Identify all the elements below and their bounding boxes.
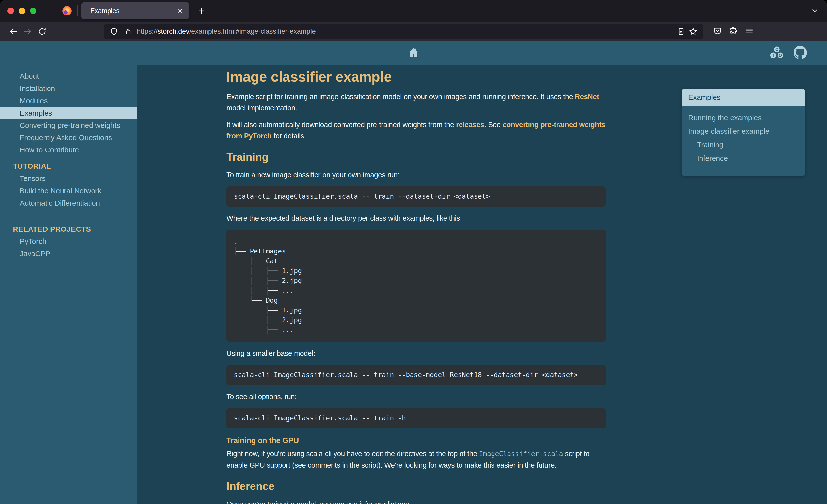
toc-card: Examples Running the examples Image clas…: [682, 89, 805, 176]
pocket-icon[interactable]: [713, 26, 722, 37]
toc-footer-space: [682, 171, 805, 176]
lock-icon[interactable]: [124, 27, 133, 36]
intro-text-1: Example script for training an image-cla…: [227, 93, 575, 101]
browser-titlebar: Examples: [0, 0, 827, 22]
code-block-train[interactable]: scala-cli ImageClassifier.scala -- train…: [227, 186, 606, 207]
url-text[interactable]: https://storch.dev/examples.html#image-c…: [137, 27, 671, 36]
url-scheme: https://: [137, 27, 157, 35]
github-icon[interactable]: [793, 46, 807, 60]
tab-close-icon[interactable]: [176, 7, 184, 15]
code-block-help[interactable]: scala-cli ImageClassifier.scala -- train…: [227, 408, 606, 428]
bookmark-star-icon[interactable]: [689, 27, 697, 36]
resnet-link[interactable]: ResNet: [575, 93, 599, 101]
back-icon[interactable]: [6, 24, 21, 39]
releases-link[interactable]: releases: [456, 121, 484, 128]
inference-heading: Inference: [227, 480, 606, 493]
smaller-model-paragraph: Using a smaller base model:: [227, 348, 606, 359]
sidebar-item-modules[interactable]: Modules: [0, 95, 137, 107]
sidebar-item-examples[interactable]: Examples: [0, 107, 137, 119]
sidebar-item-autodiff[interactable]: Automatic Differentiation: [0, 197, 137, 209]
toc-list: Running the examples Image classifier ex…: [682, 106, 805, 165]
versions-letter-o: O: [779, 53, 782, 57]
url-host: storch.dev: [157, 27, 189, 35]
sidebar-item-about[interactable]: About: [0, 70, 137, 82]
url-bar[interactable]: https://storch.dev/examples.html#image-c…: [104, 23, 703, 39]
sidebar-item-build-nn[interactable]: Build the Neural Network: [0, 185, 137, 197]
sidebar-section-related-projects: RELATED PROJECTS: [0, 223, 137, 235]
inference-intro-partial: Once you've trained a model, you can use…: [227, 498, 606, 504]
training-intro: To train a new image classifier on your …: [227, 169, 606, 180]
versions-letter-c: C: [775, 47, 778, 52]
weights-text-2: . See: [484, 121, 502, 128]
toolbar-right-buttons: [713, 26, 754, 37]
sidebar-item-pytorch[interactable]: PyTorch: [0, 235, 137, 247]
sidebar-item-javacpp[interactable]: JavaCPP: [0, 247, 137, 260]
tracking-shield-icon[interactable]: [110, 27, 118, 36]
api-versions-icon[interactable]: C T O: [770, 46, 784, 60]
sidebar-item-contribute[interactable]: How to Contribute: [0, 144, 137, 156]
zoom-window-button[interactable]: [30, 8, 37, 14]
toc-item-training[interactable]: Training: [688, 138, 798, 152]
gpu-heading: Training on the GPU: [227, 436, 606, 446]
forward-icon[interactable]: [21, 24, 35, 39]
tab-title: Examples: [90, 7, 176, 15]
new-tab-button[interactable]: [196, 5, 207, 17]
versions-letter-t: T: [772, 53, 774, 57]
weights-text-1: It will also automatically download conv…: [227, 121, 456, 128]
dataset-paragraph: Where the expected dataset is a director…: [227, 212, 606, 224]
intro-paragraph: Example script for training an image-cla…: [227, 91, 606, 114]
browser-window: Examples https://st: [0, 0, 827, 504]
sidebar-item-tensors[interactable]: Tensors: [0, 172, 137, 185]
intro-text-2: model implementation.: [227, 104, 297, 112]
sidebar-nav: About Installation Modules Examples Conv…: [0, 65, 137, 504]
sidebar-section-tutorial: TUTORIAL: [0, 160, 137, 172]
toc-item-image-classifier[interactable]: Image classifier example: [688, 124, 798, 138]
window-controls: [7, 8, 37, 14]
code-block-base-model[interactable]: scala-cli ImageClassifier.scala -- train…: [227, 365, 606, 385]
toc-item-running-examples[interactable]: Running the examples: [688, 111, 798, 124]
reader-mode-icon[interactable]: [677, 27, 685, 36]
sidebar-item-faq[interactable]: Frequently Asked Questions: [0, 131, 137, 144]
reload-icon[interactable]: [35, 24, 49, 39]
gpu-paragraph: Right now, if you're using scala-cli you…: [227, 448, 606, 471]
sidebar-item-converting-weights[interactable]: Converting pre-trained weights: [0, 119, 137, 131]
firefox-view-icon[interactable]: [62, 6, 71, 15]
toc-item-inference[interactable]: Inference: [688, 152, 798, 165]
site-header: C T O: [0, 41, 827, 65]
weights-text-3: for details.: [272, 132, 306, 140]
options-paragraph: To see all options, run:: [227, 391, 606, 402]
extensions-puzzle-icon[interactable]: [729, 26, 738, 37]
tab-list-chevron-icon[interactable]: [809, 5, 821, 17]
inline-code-imageclassifier: ImageClassifier.scala: [479, 450, 563, 457]
training-heading: Training: [227, 151, 606, 164]
url-path: /examples.html#image-classifier-example: [189, 27, 316, 35]
sidebar-item-installation[interactable]: Installation: [0, 82, 137, 95]
browser-toolbar: https://storch.dev/examples.html#image-c…: [0, 22, 827, 41]
main-content: Image classifier example Example script …: [227, 65, 606, 504]
minimize-window-button[interactable]: [19, 8, 25, 14]
page-body: About Installation Modules Examples Conv…: [0, 65, 827, 504]
menu-hamburger-icon[interactable]: [744, 26, 754, 37]
toc-title[interactable]: Examples: [682, 89, 805, 106]
home-icon[interactable]: [407, 47, 420, 60]
code-block-dataset-tree[interactable]: . ├── PetImages ├── Cat │ ├── 1.jpg │ ├─…: [227, 230, 606, 342]
close-window-button[interactable]: [7, 8, 14, 14]
weights-paragraph: It will also automatically download conv…: [227, 119, 606, 142]
tab-separator: [77, 5, 78, 16]
page-title: Image classifier example: [227, 69, 606, 85]
site-header-actions: C T O: [770, 41, 807, 65]
gpu-text-1: Right now, if you're using scala-cli you…: [227, 450, 479, 457]
tab-examples[interactable]: Examples: [82, 2, 189, 19]
